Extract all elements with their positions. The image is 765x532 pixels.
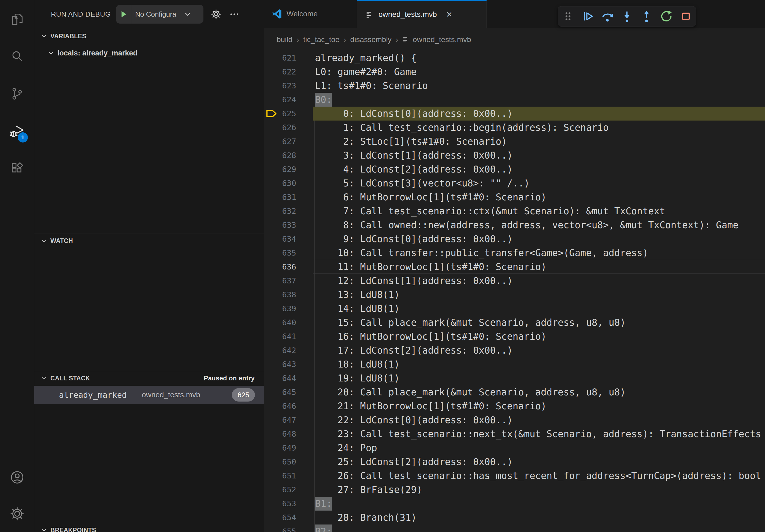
code-line-645[interactable]: 645 20: Call place_mark(&mut Scenario, a… [264,385,765,399]
debug-restart-icon[interactable] [656,6,676,26]
line-number-gutter[interactable]: 638 [264,288,315,302]
line-number-gutter[interactable]: 636 [264,260,315,274]
line-number-gutter[interactable]: 640 [264,316,315,330]
line-number-gutter[interactable]: 629 [264,162,315,176]
code-line-body[interactable]: 4: LdConst[2](address: 0x00..) [313,162,765,176]
breakpoints-section-header[interactable]: BREAKPOINTS [34,523,264,532]
line-number-gutter[interactable]: 653 [264,497,315,511]
breadcrumb-item-tic-tac-toe[interactable]: tic_tac_toe [303,35,339,44]
code-line-628[interactable]: 628 3: LdConst[1](address: 0x00..) [264,148,765,162]
code-line-634[interactable]: 634 9: LdConst[0](address: 0x00..) [264,232,765,246]
line-number-gutter[interactable]: 637 [264,274,315,288]
code-line-body[interactable]: B0: [313,93,765,107]
code-line-body[interactable]: 25: LdConst[2](address: 0x00..) [313,455,765,469]
code-line-body[interactable]: B1: [313,497,765,511]
code-line-650[interactable]: 650 25: LdConst[2](address: 0x00..) [264,455,765,469]
close-icon[interactable] [444,10,454,19]
code-line-body[interactable]: 16: MutBorrowLoc[1](ts#1#0: Scenario) [313,330,765,344]
code-line-653[interactable]: 653B1: [264,497,765,511]
line-number-gutter[interactable]: 648 [264,427,315,441]
code-line-621[interactable]: 621already_marked() { [264,51,765,65]
code-line-body[interactable]: 10: Call transfer::public_transfer<Game>… [313,246,765,260]
code-line-body[interactable]: 20: Call place_mark(&mut Scenario, addre… [313,385,765,399]
line-number-gutter[interactable]: 623 [264,79,315,93]
code-line-647[interactable]: 647 22: LdConst[0](address: 0x00..) [264,413,765,427]
code-line-body[interactable]: 3: LdConst[1](address: 0x00..) [313,148,765,162]
code-line-630[interactable]: 630 5: LdConst[3](vector<u8>: "" /..) [264,176,765,190]
code-line-639[interactable]: 639 14: LdU8(1) [264,302,765,316]
code-line-body[interactable]: 1: Call test_scenario::begin(address): S… [313,121,765,134]
code-line-629[interactable]: 629 4: LdConst[2](address: 0x00..) [264,162,765,176]
debug-configuration-dropdown[interactable]: No Configura [116,5,204,24]
variables-section-header[interactable]: VARIABLES [34,30,264,43]
code-line-640[interactable]: 640 15: Call place_mark(&mut Scenario, a… [264,316,765,330]
code-line-624[interactable]: 624B0: [264,93,765,107]
debug-start-icon[interactable] [116,10,131,19]
code-line-649[interactable]: 649 24: Pop [264,441,765,455]
line-number-gutter[interactable]: 628 [264,148,315,162]
line-number-gutter[interactable]: 652 [264,483,315,497]
code-line-body[interactable]: 26: Call test_scenario::has_most_recent_… [313,469,765,483]
line-number-gutter[interactable]: 633 [264,218,315,232]
code-line-646[interactable]: 646 21: MutBorrowLoc[1](ts#1#0: Scenario… [264,399,765,413]
line-number-gutter[interactable]: 634 [264,232,315,246]
code-line-652[interactable]: 652 27: BrFalse(29) [264,483,765,497]
settings-gear-icon[interactable] [0,496,34,532]
code-line-body[interactable]: 0: LdConst[0](address: 0x00..) [313,107,765,121]
code-line-body[interactable]: B2: [313,524,765,532]
code-line-637[interactable]: 637 12: LdConst[1](address: 0x00..) [264,274,765,288]
line-number-gutter[interactable]: 632 [264,204,315,218]
line-number-gutter[interactable]: 641 [264,330,315,344]
line-number-gutter[interactable]: 624 [264,93,315,107]
code-line-body[interactable]: already_marked() { [313,51,765,65]
line-number-gutter[interactable]: 647 [264,413,315,427]
line-number-gutter[interactable]: 651 [264,469,315,483]
code-line-body[interactable]: 28: Branch(31) [313,511,765,524]
account-icon[interactable] [0,459,34,496]
code-line-623[interactable]: 623L1: ts#1#0: Scenario [264,79,765,93]
line-number-gutter[interactable]: 622 [264,65,315,79]
line-number-gutter[interactable]: 630 [264,176,315,190]
code-line-644[interactable]: 644 19: LdU8(1) [264,371,765,385]
line-number-gutter[interactable]: 635 [264,246,315,260]
line-number-gutter[interactable]: 621 [264,51,315,65]
line-number-gutter[interactable]: 627 [264,134,315,148]
line-number-gutter[interactable]: 631 [264,190,315,204]
debug-step-into-icon[interactable] [617,6,637,26]
tab-owned-tests[interactable]: owned_tests.mvb [357,0,487,28]
line-number-gutter[interactable]: 650 [264,455,315,469]
debug-stop-icon[interactable] [676,6,696,26]
code-line-body[interactable]: 7: Call test_scenario::ctx(&mut Scenario… [313,204,765,218]
code-line-body[interactable]: 27: BrFalse(29) [313,483,765,497]
code-line-body[interactable]: 9: LdConst[0](address: 0x00..) [313,232,765,246]
source-control-icon[interactable] [0,75,34,113]
code-line-body[interactable]: 19: LdU8(1) [313,371,765,385]
code-line-642[interactable]: 642 17: LdConst[2](address: 0x00..) [264,344,765,357]
gripper-icon[interactable] [558,6,578,26]
code-line-655[interactable]: 655B2: [264,524,765,532]
extensions-icon[interactable] [0,150,34,187]
code-line-body[interactable]: L0: game#2#0: Game [313,65,765,79]
code-line-625[interactable]: 625 0: LdConst[0](address: 0x00..) [264,107,765,121]
gear-icon[interactable] [210,8,222,20]
code-line-627[interactable]: 627 2: StLoc[1](ts#1#0: Scenario) [264,134,765,148]
explorer-icon[interactable] [0,0,34,38]
line-number-gutter[interactable]: 655 [264,524,315,532]
line-number-gutter[interactable]: 642 [264,344,315,357]
code-line-body[interactable]: 22: LdConst[0](address: 0x00..) [313,413,765,427]
debug-continue-icon[interactable] [578,6,597,26]
code-line-632[interactable]: 632 7: Call test_scenario::ctx(&mut Scen… [264,204,765,218]
call-stack-section-header[interactable]: CALL STACK Paused on entry [34,372,264,385]
debug-step-over-icon[interactable] [597,6,617,26]
breadcrumb-item-file[interactable]: owned_tests.mvb [402,35,471,44]
breadcrumb-item-disassembly[interactable]: disassembly [350,35,391,44]
line-number-gutter[interactable]: 643 [264,357,315,371]
code-line-body[interactable]: 15: Call place_mark(&mut Scenario, addre… [313,316,765,330]
code-line-body[interactable]: 6: MutBorrowLoc[1](ts#1#0: Scenario) [313,190,765,204]
line-number-gutter[interactable]: 654 [264,511,315,524]
run-and-debug-icon[interactable]: 1 [0,113,34,150]
line-number-gutter[interactable]: 646 [264,399,315,413]
code-line-body[interactable]: 21: MutBorrowLoc[1](ts#1#0: Scenario) [313,399,765,413]
breadcrumb-item-build[interactable]: build [277,35,293,44]
watch-section-header[interactable]: WATCH [34,234,264,247]
